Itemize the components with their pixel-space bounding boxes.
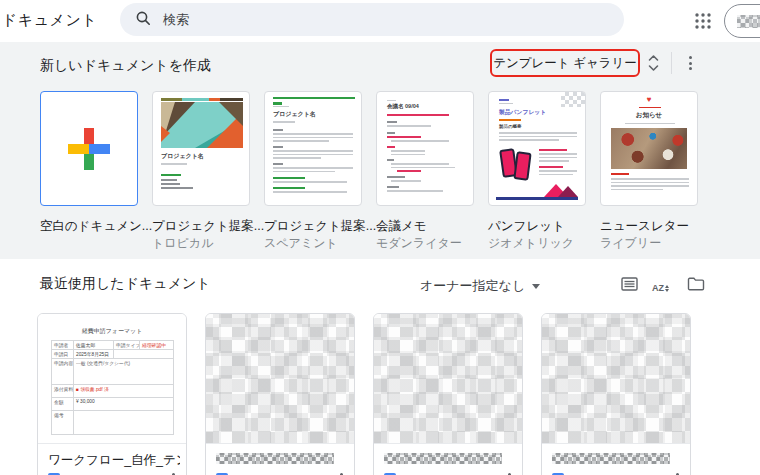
- doc-footer: [48, 471, 180, 475]
- template-sublabel: モダンライター: [376, 235, 488, 252]
- template-label: 空白のドキュメン...: [40, 218, 152, 235]
- card-more-options-icon[interactable]: [166, 471, 180, 475]
- search-placeholder: 検索: [163, 11, 189, 29]
- expense-doc-title: 経費申請フォーマット: [38, 327, 186, 336]
- template-label: パンフレット: [488, 218, 600, 235]
- more-options-icon[interactable]: [683, 54, 697, 72]
- template-gallery-expand-icon[interactable]: [647, 53, 660, 73]
- expense-table: 申請者 佐藤太郎 申請タイプ 経理確認中 申請日 2025年8月25日 申請内容…: [51, 340, 174, 435]
- list-view-icon[interactable]: [621, 276, 639, 294]
- template-label: プロジェクト提案...: [264, 218, 376, 235]
- template-sublabel: スペアミント: [264, 235, 376, 252]
- tropical-geometric-art: [161, 102, 243, 148]
- template-sublabel: ライブリー: [600, 235, 712, 252]
- template-label: ニュースレター: [600, 218, 712, 235]
- template-card-blank[interactable]: [40, 91, 138, 206]
- google-plus-icon: [68, 128, 110, 170]
- create-document-section: 新しいドキュメントを作成 テンプレート ギャラリー プロジェクト名: [0, 42, 760, 259]
- search-icon: [135, 10, 151, 30]
- owner-filter-label: オーナー指定なし: [420, 277, 525, 295]
- geometric-triangles: [544, 184, 578, 197]
- doc-thumbnail: 経費申請フォーマット 申請者 佐藤太郎 申請タイプ 経理確認中 申請日 2025…: [38, 314, 186, 444]
- doc-title-blurred: [384, 453, 502, 464]
- doc-title-blurred: [552, 453, 670, 464]
- spearmint-title: プロジェクト名: [273, 110, 316, 119]
- avatar[interactable]: [724, 4, 760, 38]
- brochure-heading: 製品の概要: [499, 124, 522, 129]
- template-card-newsletter[interactable]: ♥ お知らせ: [600, 91, 698, 206]
- owner-filter-dropdown[interactable]: オーナー指定なし: [420, 277, 540, 295]
- template-card-spearmint[interactable]: プロジェクト名: [264, 91, 362, 206]
- recent-documents-section: 最近使用したドキュメント オーナー指定なし AZ 経費申請フォーマット 申請者 …: [0, 259, 760, 475]
- doc-footer: [216, 471, 348, 475]
- folder-icon[interactable]: [687, 276, 705, 294]
- sort-az-icon[interactable]: AZ: [652, 279, 670, 297]
- top-bar: ドキュメント 検索: [0, 0, 760, 42]
- template-sublabel: トロピカル: [152, 235, 264, 252]
- tropical-title: プロジェクト名: [161, 152, 204, 161]
- heart-icon: ♥: [601, 96, 697, 104]
- card-more-options-icon[interactable]: [502, 471, 516, 475]
- recent-doc-card[interactable]: 経費申請フォーマット 申請者 佐藤太郎 申請タイプ 経理確認中 申請日 2025…: [37, 313, 187, 475]
- template-label: 会議メモ: [376, 218, 488, 235]
- doc-title-blurred: [216, 453, 334, 464]
- newsletter-title: お知らせ: [601, 111, 697, 120]
- card-more-options-icon[interactable]: [334, 471, 348, 475]
- template-gallery-button[interactable]: テンプレート ギャラリー: [493, 55, 637, 72]
- doc-thumbnail-blurred: [206, 314, 354, 444]
- doc-thumbnail-blurred: [542, 314, 690, 444]
- template-card-tropical[interactable]: プロジェクト名: [152, 91, 250, 206]
- recent-doc-card[interactable]: [205, 313, 355, 475]
- template-card-brochure[interactable]: 製品パンフレット 製品の概要: [488, 91, 586, 206]
- annotation-highlight: テンプレート ギャラリー: [490, 49, 640, 77]
- page-title: ドキュメント: [2, 11, 97, 30]
- recent-section-heading: 最近使用したドキュメント: [40, 275, 211, 293]
- meeting-title: 会議名 09/04: [387, 103, 419, 110]
- recent-doc-card[interactable]: [541, 313, 691, 475]
- newsletter-photo: [611, 128, 687, 169]
- doc-footer: [552, 471, 684, 475]
- dropdown-arrow-icon: [532, 284, 540, 289]
- template-sublabel: ジオメトリック: [488, 235, 600, 252]
- apps-grid-icon[interactable]: [694, 12, 712, 30]
- search-input[interactable]: 検索: [120, 3, 624, 36]
- divider: [671, 52, 672, 74]
- doc-thumbnail-blurred: [374, 314, 522, 444]
- phone-illustration: [513, 151, 531, 181]
- recent-doc-card[interactable]: [373, 313, 523, 475]
- brochure-title: 製品パンフレット: [499, 108, 546, 117]
- create-section-heading: 新しいドキュメントを作成: [40, 57, 211, 75]
- doc-footer: [384, 471, 516, 475]
- avatar-blurred-image: [737, 15, 760, 28]
- card-more-options-icon[interactable]: [670, 471, 684, 475]
- doc-title: ワークフロー_自作_テンプ...: [48, 452, 180, 469]
- template-label: プロジェクト提案...: [152, 218, 264, 235]
- template-card-meeting-notes[interactable]: 会議名 09/04: [376, 91, 474, 206]
